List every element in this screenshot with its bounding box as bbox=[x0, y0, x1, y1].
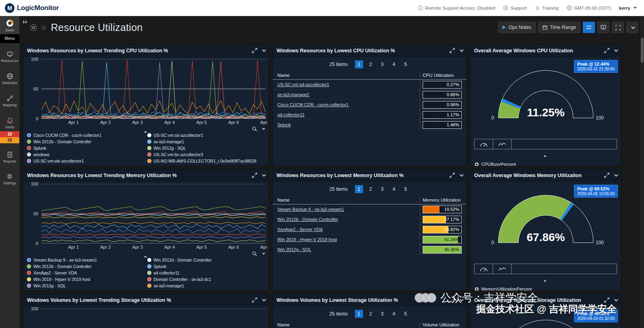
zoom-magnifier-icon[interactable] bbox=[252, 251, 257, 256]
legend-item[interactable]: Win 2012g - SQL bbox=[27, 283, 145, 288]
user-menu[interactable]: kerry bbox=[619, 6, 637, 10]
chevron-down-icon[interactable] bbox=[262, 49, 265, 52]
pagination-page[interactable]: 2 bbox=[367, 60, 375, 68]
sidebar-item-menu[interactable]: Menu bbox=[0, 34, 19, 43]
chevron-down-icon[interactable] bbox=[460, 174, 462, 177]
chevron-down-icon[interactable] bbox=[262, 253, 264, 255]
dashboard-group-icon[interactable] bbox=[30, 24, 37, 31]
sidebar-item-dash[interactable]: Dash bbox=[0, 16, 19, 34]
chevron-down-icon[interactable] bbox=[262, 128, 264, 130]
refresh-shuffle-button[interactable] bbox=[583, 22, 595, 33]
logicmonitor-logo[interactable]: M LogicMonitor bbox=[0, 3, 59, 13]
expand-icon[interactable] bbox=[604, 48, 609, 53]
pagination-page[interactable]: 3 bbox=[378, 185, 386, 193]
resource-link[interactable]: Veeam Backup 9 - se-la3-veeam1 bbox=[277, 207, 417, 212]
legend-item[interactable]: Win 2012d - Domain Controller bbox=[147, 258, 265, 262]
legend-item[interactable]: se-la3-manage1 bbox=[147, 139, 265, 144]
legend-item[interactable]: Domain Controller - se-la3-dc1 bbox=[147, 277, 265, 282]
gauge-view-button[interactable] bbox=[475, 264, 493, 274]
expand-icon[interactable] bbox=[252, 48, 257, 53]
expand-icon[interactable] bbox=[450, 48, 455, 53]
chevron-down-icon[interactable] bbox=[262, 299, 265, 301]
pagination-page[interactable]: 2 bbox=[367, 310, 375, 318]
sparkline-view-button[interactable] bbox=[493, 139, 512, 149]
cpu-trend-chart[interactable] bbox=[41, 59, 266, 119]
memory-trend-chart[interactable] bbox=[41, 184, 266, 243]
chevron-down-icon[interactable] bbox=[614, 299, 617, 301]
resource-link[interactable]: sd-collector11 bbox=[277, 112, 417, 117]
legend-item[interactable]: Cisco CUCM CDR - cucm-collector1 bbox=[27, 133, 145, 138]
collapse-legend-chevron[interactable] bbox=[145, 252, 147, 259]
expand-icon[interactable] bbox=[450, 173, 455, 178]
time-range-button[interactable]: Time Range bbox=[538, 22, 580, 33]
pagination-page[interactable]: 4 bbox=[390, 185, 398, 193]
collapse-chevron[interactable] bbox=[545, 276, 547, 283]
legend-item[interactable]: Win 2012g - SQL bbox=[147, 146, 265, 151]
chevron-down-icon[interactable] bbox=[614, 49, 617, 52]
sidebar-item-websites[interactable]: Websites bbox=[0, 70, 19, 87]
sidebar-item-settings[interactable]: ⚙ Settings bbox=[0, 170, 19, 187]
pagination-page[interactable]: 2 bbox=[367, 185, 375, 193]
resource-link[interactable]: se-la3-manage1 bbox=[277, 92, 417, 97]
sparkline-view-button[interactable] bbox=[493, 264, 512, 274]
resource-link[interactable]: Win 2012b - Domain Controller bbox=[277, 217, 417, 222]
resource-link[interactable]: Win 2012g - SQL bbox=[277, 247, 417, 252]
ops-notes-button[interactable]: Ops Notes bbox=[498, 22, 536, 33]
sidebar-item-resources[interactable]: Resources bbox=[0, 48, 19, 65]
legend-item[interactable]: Win 2012b - Domain Controller bbox=[27, 264, 145, 269]
legend-item[interactable]: US-SC:vm:wb-azcollector1 bbox=[27, 159, 145, 163]
legend-item[interactable]: Splunk bbox=[27, 146, 145, 151]
favorite-star-icon[interactable]: ☆ bbox=[41, 23, 47, 32]
resource-link[interactable]: Splunk bbox=[277, 122, 417, 127]
expand-icon[interactable] bbox=[252, 297, 257, 303]
chevron-down-icon[interactable] bbox=[262, 174, 265, 177]
pagination-page[interactable]: 1 bbox=[355, 310, 363, 318]
resource-link[interactable]: XenApp2 - Server VDA bbox=[277, 227, 417, 232]
pagination-page[interactable]: 5 bbox=[402, 60, 410, 68]
chevron-down-icon[interactable] bbox=[614, 174, 617, 177]
legend-item[interactable]: windows bbox=[27, 152, 145, 157]
storage-trend-chart[interactable] bbox=[41, 309, 266, 328]
expand-icon[interactable] bbox=[604, 297, 609, 303]
pagination-page[interactable]: 3 bbox=[378, 60, 386, 68]
legend-item[interactable]: XenApp2 - Server VDA bbox=[27, 270, 145, 275]
legend-item[interactable]: Splunk bbox=[147, 264, 265, 269]
vertical-scrollbar[interactable] bbox=[640, 16, 644, 328]
legend-item[interactable]: se-la3-manage1 bbox=[147, 283, 265, 288]
sidebar-item-alerts[interactable]: Alerts bbox=[0, 114, 19, 131]
training-link[interactable]: Training bbox=[535, 5, 559, 10]
resource-link[interactable]: Cisco CUCM CDR - cucm-collector1 bbox=[277, 102, 417, 107]
legend-item[interactable]: US-W2:WB-AWS-COLLECTOR1_i-0e3e6f0ff7ac98… bbox=[147, 159, 265, 163]
sidebar-item-mapping[interactable]: Mapping bbox=[0, 92, 19, 109]
fullscreen-button[interactable] bbox=[612, 22, 624, 33]
collapse-legend-chevron[interactable] bbox=[145, 127, 147, 134]
alert-count-warning[interactable]: 29 bbox=[0, 137, 19, 143]
gauge-view-button[interactable] bbox=[475, 139, 493, 149]
expand-icon[interactable] bbox=[604, 173, 609, 178]
collapse-chevron[interactable] bbox=[545, 151, 547, 159]
timezone-selector[interactable]: GMT-05:00 (CDT) bbox=[567, 5, 611, 10]
resource-link[interactable]: US-SC:vm:sd-azcollector1 bbox=[277, 82, 417, 87]
legend-item[interactable]: Win 2012b - Domain Controller bbox=[27, 139, 145, 144]
pagination-page[interactable]: 1 bbox=[355, 60, 363, 68]
legend-item[interactable]: US-SC:vm:sd-azcollector1 bbox=[147, 133, 265, 138]
legend-item[interactable]: US-SC:vm:bc-azcollector3 bbox=[147, 152, 265, 157]
pagination-page[interactable]: 5 bbox=[402, 185, 410, 193]
alert-count-critical[interactable]: 10 bbox=[0, 131, 19, 137]
expand-icon[interactable] bbox=[252, 173, 257, 178]
pagination-page[interactable]: 5 bbox=[402, 310, 410, 318]
pagination-page[interactable]: 4 bbox=[390, 60, 398, 68]
chevron-down-icon[interactable] bbox=[460, 49, 462, 52]
pagination-page[interactable]: 3 bbox=[378, 310, 386, 318]
pagination-page[interactable]: 1 bbox=[355, 185, 363, 193]
legend-item[interactable]: Win 2019 - Hyper-V 2019 host bbox=[27, 277, 145, 282]
legend-item[interactable]: sd-collector11 bbox=[147, 270, 265, 275]
legend-item[interactable]: Veeam Backup 9 - se-la3-veeam1 bbox=[27, 258, 145, 262]
zoom-magnifier-icon[interactable] bbox=[252, 126, 257, 132]
sidebar-item-reports[interactable]: Reports bbox=[0, 148, 19, 165]
support-link[interactable]: Support bbox=[503, 5, 526, 10]
scrollbar-thumb[interactable] bbox=[641, 38, 644, 63]
sidebar-collapse-button[interactable]: ›› bbox=[20, 17, 29, 27]
dashboard-menu-button[interactable] bbox=[626, 22, 638, 33]
resource-link[interactable]: Win 2019 - Hyper-V 2019 host bbox=[277, 237, 417, 242]
